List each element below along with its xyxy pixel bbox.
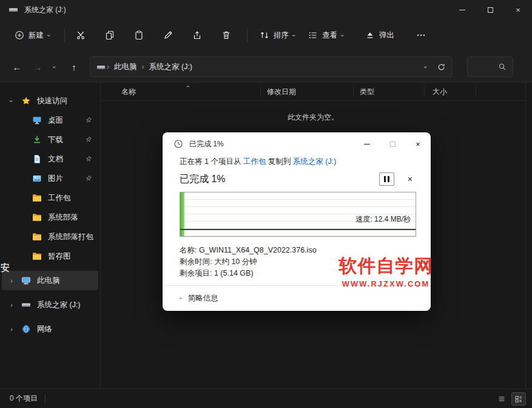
- copy-progress-icon: [173, 139, 183, 149]
- column-header-date-modified[interactable]: 修改日期: [261, 87, 354, 97]
- status-separator: [45, 395, 45, 403]
- destination-drive-link[interactable]: 系统之家 (J:): [293, 157, 337, 166]
- dialog-window-controls: ×: [354, 132, 431, 155]
- fewer-details-label: 简略信息: [188, 293, 218, 304]
- copy-progress-dialog: 已完成 1% × 正在将 1 个项目从 工作包 复制到 系统之家 (J:) 已完…: [163, 132, 431, 311]
- breadcrumb-this-pc[interactable]: 此电脑: [110, 62, 141, 72]
- sidebar-item-documents[interactable]: 文档: [2, 149, 98, 169]
- folder-icon: [32, 251, 42, 261]
- star-icon: [21, 96, 31, 106]
- column-header-type[interactable]: 类型: [354, 87, 425, 97]
- status-bar: 0 个项目: [0, 389, 532, 408]
- dialog-title-bar: 已完成 1% ×: [163, 132, 431, 155]
- column-header-name[interactable]: 名称: [101, 87, 261, 97]
- sidebar-item-folder-gongzuobao[interactable]: 工作包: [2, 188, 98, 208]
- rename-button[interactable]: [157, 24, 179, 46]
- view-button-label: 查看: [322, 30, 337, 41]
- chevron-down-icon: ›: [291, 34, 297, 36]
- view-button[interactable]: 查看 ›: [302, 24, 350, 46]
- chevron-down-icon: ›: [339, 34, 346, 36]
- close-button[interactable]: ×: [504, 0, 532, 19]
- copy-description-prefix: 正在将 1 个项目从: [180, 157, 243, 166]
- sidebar-item-drive-j[interactable]: › 系统之家 (J:): [2, 295, 98, 314]
- sidebar-item-folder-xitongbuluodabao[interactable]: 系统部落打包: [2, 227, 98, 246]
- toolbar-separator: [64, 28, 65, 42]
- command-bar: 新建 › 排序 › 查看 ›: [0, 19, 532, 51]
- sidebar-item-quick-access[interactable]: › 快速访问: [2, 91, 98, 110]
- chevron-right-icon: ›: [141, 63, 146, 70]
- up-button[interactable]: ↑: [64, 57, 84, 76]
- maximize-button[interactable]: [476, 0, 504, 19]
- eject-button[interactable]: 弹出: [359, 24, 400, 46]
- cancel-copy-button[interactable]: ×: [408, 174, 412, 184]
- chevron-right-icon: ›: [10, 326, 13, 333]
- dialog-close-button[interactable]: ×: [405, 132, 431, 155]
- sort-button[interactable]: 排序 ›: [254, 24, 301, 46]
- download-icon: [32, 135, 42, 144]
- thumbnail-view-icon: [514, 395, 523, 403]
- file-name-line: 名称: G_WIN11_X64_Q8_V2022.376.iso: [180, 245, 416, 256]
- minimize-button[interactable]: [448, 0, 476, 19]
- speed-history-line: [180, 229, 416, 230]
- dialog-minimize-button[interactable]: [354, 132, 380, 155]
- back-icon: ←: [13, 62, 22, 72]
- forward-button[interactable]: →: [28, 57, 47, 76]
- refresh-icon[interactable]: [437, 63, 446, 72]
- more-options-button[interactable]: [410, 24, 432, 46]
- fewer-details-toggle[interactable]: › 简略信息: [163, 286, 431, 311]
- toolbar-separator: [247, 28, 247, 42]
- large-icons-view-button[interactable]: [511, 392, 526, 406]
- vertical-scrollbar[interactable]: [525, 83, 532, 389]
- sidebar-item-network[interactable]: › 网络: [2, 319, 98, 339]
- rename-icon: [163, 30, 173, 40]
- copy-description: 正在将 1 个项目从 工作包 复制到 系统之家 (J:): [180, 157, 416, 167]
- items-remaining-line: 剩余项目: 1 (5.14 GB): [180, 268, 416, 279]
- sort-icon: [260, 30, 269, 40]
- progress-percent-label: 已完成 1%: [180, 173, 226, 186]
- drive-icon: [8, 5, 18, 15]
- cut-button[interactable]: [70, 24, 92, 46]
- folder-icon: [32, 212, 42, 222]
- eject-icon: [365, 30, 375, 40]
- sidebar-item-this-pc[interactable]: › 此电脑: [2, 271, 98, 290]
- share-button[interactable]: [186, 24, 208, 46]
- edge-watermark-fragment: 安: [1, 262, 10, 274]
- copy-button[interactable]: [99, 24, 121, 46]
- paste-button[interactable]: [128, 24, 150, 46]
- address-dropdown-icon[interactable]: ›: [423, 66, 429, 68]
- sidebar-item-pictures[interactable]: 图片: [2, 169, 98, 188]
- window-controls: ×: [448, 0, 532, 19]
- column-header-size[interactable]: 大小: [425, 87, 476, 97]
- folder-icon: [32, 232, 42, 242]
- paste-icon: [134, 30, 144, 40]
- delete-button[interactable]: [215, 24, 237, 46]
- search-box[interactable]: [467, 56, 513, 77]
- document-icon: [32, 154, 42, 164]
- chevron-right-icon: ›: [10, 277, 13, 284]
- sidebar-item-desktop[interactable]: 桌面: [2, 110, 98, 130]
- new-button-label: 新建: [29, 30, 44, 41]
- dialog-maximize-button[interactable]: [380, 132, 405, 155]
- details-view-button[interactable]: [494, 392, 509, 406]
- location-drive-icon: [96, 63, 106, 72]
- empty-folder-message: 此文件夹为空。: [101, 112, 525, 123]
- file-explorer-window: 系统之家 (J:) × 新建 ›: [0, 0, 532, 408]
- pin-icon: [85, 136, 92, 143]
- pause-button[interactable]: [379, 172, 394, 186]
- sidebar-item-folder-xitongbuluo[interactable]: 系统部落: [2, 208, 98, 227]
- title-bar: 系统之家 (J:) ×: [0, 0, 532, 19]
- speed-label: 速度: 12.4 MB/秒: [355, 214, 411, 225]
- address-bar[interactable]: › 此电脑 › 系统之家 (J:) ›: [90, 56, 453, 77]
- item-count-label: 0 个项目: [10, 393, 38, 404]
- sort-ascending-icon: ›: [184, 86, 191, 88]
- progress-row: 已完成 1% ×: [180, 172, 416, 186]
- sidebar-item-folder-zancuntu[interactable]: 暂存图: [2, 246, 98, 266]
- back-button[interactable]: ←: [7, 57, 27, 76]
- sidebar-item-downloads[interactable]: 下载: [2, 130, 98, 149]
- view-icon: [308, 30, 318, 40]
- new-button[interactable]: 新建 ›: [8, 24, 56, 46]
- recent-locations-button[interactable]: ›: [47, 57, 62, 76]
- plus-icon: [15, 30, 24, 40]
- breadcrumb-drive[interactable]: 系统之家 (J:): [146, 62, 197, 72]
- source-folder-link[interactable]: 工作包: [243, 157, 266, 166]
